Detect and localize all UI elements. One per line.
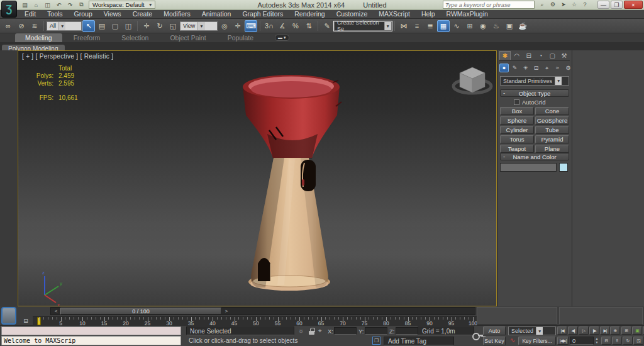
select-and-rotate-icon[interactable]: ↻ <box>153 20 166 32</box>
restore-button[interactable]: ❐ <box>611 1 623 9</box>
maxscript-mini-listener-output[interactable]: Welcome to MAXScrip <box>1 336 181 345</box>
undo-icon[interactable]: ↶ <box>54 1 64 9</box>
select-and-uniform-scale-icon[interactable]: ◱ <box>167 20 179 32</box>
select-and-move-icon[interactable]: ✛ <box>140 20 153 32</box>
set-key-button[interactable]: Set Key <box>483 337 506 345</box>
display-tab-icon[interactable]: ▢ <box>547 51 558 60</box>
ribbon-tab-modeling[interactable]: Modeling <box>15 33 62 42</box>
time-slider-track[interactable]: < 0 / 100 > <box>50 307 475 315</box>
set-keys-icon[interactable] <box>472 332 483 339</box>
select-and-manipulate-icon[interactable]: ✛ <box>231 20 244 32</box>
selection-filter-dropdown[interactable]: All ▼ <box>47 21 82 31</box>
orbit-icon[interactable]: ↻ <box>623 337 633 345</box>
new-scene-icon[interactable]: ▤ <box>20 1 30 9</box>
field-of-view-icon[interactable]: ⊟ <box>601 337 611 345</box>
time-slider-handle[interactable]: 0 / 100 <box>60 308 221 315</box>
keyboard-shortcut-override-icon[interactable]: ⌨ <box>245 20 257 32</box>
primitive-button-cylinder[interactable]: Cylinder <box>500 126 534 134</box>
subscription-icon[interactable]: ⚙ <box>549 1 557 8</box>
menu-rwmaxplugin[interactable]: RWMaxPlugin <box>441 10 494 18</box>
select-by-name-icon[interactable]: ▤ <box>96 20 108 32</box>
primitive-button-tube[interactable]: Tube <box>535 126 569 134</box>
key-step-icon[interactable]: |◀▶| <box>557 337 569 345</box>
search-icon[interactable]: ⌕ <box>538 1 546 8</box>
modify-tab-icon[interactable]: ◠ <box>511 51 523 60</box>
object-type-rollout-header[interactable]: - Object Type <box>500 89 569 97</box>
z-coordinate-field[interactable] <box>396 327 418 335</box>
application-menu-button[interactable]: Ʒ <box>1 1 17 18</box>
new-key-default-curve-icon[interactable]: ∿ <box>508 337 517 345</box>
primitive-button-sphere[interactable]: Sphere <box>500 116 534 125</box>
open-file-icon[interactable]: ⌂ <box>31 1 41 9</box>
favorites-icon[interactable]: ☆ <box>570 1 578 8</box>
utilities-tab-icon[interactable]: ⚒ <box>558 51 570 60</box>
curve-editor-icon[interactable]: ∿ <box>450 20 463 32</box>
menu-graph-editors[interactable]: Graph Editors <box>236 10 289 18</box>
auto-key-button[interactable]: Auto Key <box>483 326 506 335</box>
select-object-icon[interactable]: ↖ <box>82 20 95 32</box>
menu-create[interactable]: Create <box>127 10 158 18</box>
add-time-tag-field[interactable]: Add Time Tag <box>384 337 454 345</box>
search-input[interactable] <box>443 1 535 9</box>
unlink-selection-icon[interactable]: ⊘ <box>15 20 28 32</box>
systems-icon[interactable]: ⚙ <box>564 64 573 72</box>
graphite-ribbon-toggle-icon[interactable]: ▦ <box>437 20 450 32</box>
x-coordinate-field[interactable] <box>334 327 357 335</box>
spinner-snap-icon[interactable]: ⇅ <box>303 20 315 32</box>
percent-snap-icon[interactable]: % <box>289 20 302 32</box>
y-coordinate-field[interactable] <box>365 327 387 335</box>
primitive-category-dropdown[interactable]: Standard Primitives ▼ <box>500 76 569 86</box>
motion-tab-icon[interactable]: ◔ <box>535 51 547 60</box>
next-frame-arrow[interactable]: > <box>223 308 230 314</box>
hierarchy-tab-icon[interactable]: ⊟ <box>523 51 535 60</box>
menu-animation[interactable]: Animation <box>196 10 237 18</box>
time-tag-icon[interactable]: ❐ <box>372 337 380 345</box>
autogrid-checkbox[interactable] <box>514 99 519 105</box>
lights-icon[interactable]: ☀ <box>521 64 530 72</box>
primitive-button-pyramid[interactable]: Pyramid <box>535 135 569 143</box>
menu-edit[interactable]: Edit <box>19 10 42 18</box>
primitive-button-torus[interactable]: Torus <box>500 135 534 143</box>
ribbon-tab-object-paint[interactable]: Object Paint <box>160 33 216 42</box>
object-color-swatch[interactable] <box>559 163 568 172</box>
current-frame-field[interactable]: 0 <box>570 337 594 345</box>
mini-curve-editor-icon[interactable]: ⊟ <box>20 317 31 325</box>
primitive-button-teapot[interactable]: Teapot <box>500 145 534 153</box>
zoom-all-icon[interactable]: ⊞ <box>621 326 631 335</box>
redo-icon[interactable]: ↷ <box>65 1 75 9</box>
menu-modifiers[interactable]: Modifiers <box>158 10 196 18</box>
frame-spinner[interactable]: ▲▼ <box>594 337 599 345</box>
ribbon-tab-freeform[interactable]: Freeform <box>64 33 111 42</box>
primitive-button-box[interactable]: Box <box>500 107 534 115</box>
save-file-icon[interactable]: ◫ <box>43 1 52 9</box>
menu-group[interactable]: Group <box>69 10 98 18</box>
geometry-icon[interactable]: ● <box>499 64 509 72</box>
minimize-button[interactable]: — <box>597 1 609 9</box>
track-bar-ruler[interactable]: 5101520253035404550556065707580859095100 <box>33 316 477 326</box>
previous-frame-arrow[interactable]: < <box>52 308 60 314</box>
zoom-extents-all-icon[interactable]: ▣ <box>632 326 642 335</box>
workspace-dropdown[interactable]: Workspace: Default ▼ <box>89 1 155 9</box>
helpers-icon[interactable]: ⌖ <box>542 64 552 72</box>
perspective-viewport[interactable]: [ + ] [ Perspective ] [ Realistic ] Tota… <box>18 50 497 306</box>
name-and-color-rollout-header[interactable]: - Name and Color <box>500 153 569 160</box>
project-folder-icon[interactable]: ⧉ <box>77 1 86 9</box>
use-pivot-point-center-icon[interactable]: ◎ <box>218 20 231 32</box>
next-frame-button[interactable]: |▶ <box>589 326 599 335</box>
mirror-icon[interactable]: ⋈ <box>397 20 410 32</box>
primitive-button-cone[interactable]: Cone <box>535 107 569 115</box>
go-to-start-button[interactable]: |◀ <box>557 326 567 335</box>
ribbon-tab-selection[interactable]: Selection <box>111 33 158 42</box>
ribbon-tab-populate[interactable]: Populate <box>218 33 264 42</box>
window-crossing-icon[interactable]: ◫ <box>122 20 135 32</box>
layer-manager-icon[interactable]: ≣ <box>424 20 436 32</box>
absolute-offset-transform-icon[interactable]: ⌖ <box>318 327 322 335</box>
select-and-link-icon[interactable]: ∞ <box>2 20 14 32</box>
key-filters-button[interactable]: Key Filters... <box>518 337 556 345</box>
maxscript-mini-listener-input[interactable] <box>1 326 181 335</box>
schematic-view-icon[interactable]: ⊞ <box>464 20 476 32</box>
render-setup-icon[interactable]: ♨ <box>490 20 502 32</box>
go-to-end-button[interactable]: ▶| <box>600 326 610 335</box>
communication-center-icon[interactable]: ➤ <box>560 1 567 8</box>
material-editor-icon[interactable]: ◉ <box>477 20 489 32</box>
